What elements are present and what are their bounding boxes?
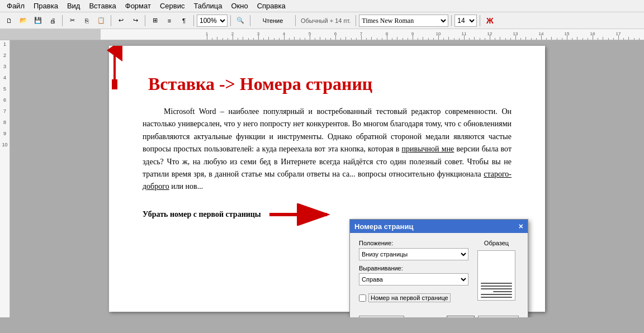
top-ruler: 1234567891011121314151617 [0,29,644,40]
menu-file[interactable]: Файл [2,1,29,11]
font-size-select[interactable]: 14 [454,15,477,27]
cols-btn[interactable]: ≡ [163,14,176,27]
search-btn[interactable]: 🔍 [234,14,247,27]
style-indicator: Обычный + 14 пт. [299,17,353,24]
sep4 [193,15,194,26]
preview-line-2 [481,286,512,287]
table-btn[interactable]: ⊞ [148,14,162,27]
menu-help[interactable]: Справка [253,1,290,11]
open-btn[interactable]: 📂 [17,14,30,27]
undo-btn[interactable]: ↩ [114,14,127,27]
zoom-select[interactable]: 100% [197,15,228,27]
menu-format[interactable]: Формат [121,1,155,11]
page-numbers-dialog: Номера страниц × Положение: Внизу страни… [349,219,528,317]
ruler-gray-left [0,29,101,40]
sep2 [111,15,111,26]
ok-cancel-group: ОК Отмена [447,316,519,317]
dialog-left-panel: Положение: Внизу страницы Выравнивание: … [359,240,468,306]
font-name-select[interactable]: Times New Roman [359,15,448,27]
ruler-ticks: 1234567891011121314151617 [201,29,644,40]
arrow-up-annotation [101,46,129,93]
preview-line-1 [481,283,512,284]
dialog-close-btn[interactable]: × [519,222,523,231]
dialog-body: Положение: Внизу страницы Выравнивание: … [350,233,528,312]
position-label: Положение: [359,240,468,246]
preview-line-3 [481,288,512,289]
dialog-title: Номера страниц [354,222,413,231]
menu-edit[interactable]: Правка [29,1,63,11]
doc-body: Microsoft Word – наиболее популярный и в… [143,106,512,193]
menu-table[interactable]: Таблица [189,1,226,11]
sep5 [230,15,231,26]
preview-line-5 [481,297,512,298]
pilcrow-btn[interactable]: ¶ [177,14,191,27]
menu-service[interactable]: Сервис [155,1,190,11]
dialog-overlay: Номера страниц × Положение: Внизу страни… [349,219,528,317]
save-btn[interactable]: 💾 [31,14,45,27]
sep7 [295,15,296,26]
alignment-label: Выравнивание: [359,265,468,272]
new-btn[interactable]: 🗋 [2,14,16,27]
dialog-title-bar: Номера страниц × [350,220,528,233]
preview-label: Образец [484,240,509,246]
doc-title: Вставка -> Номера страниц [148,74,512,94]
toolbar-main: 🗋 📂 💾 🖨 ✂ ⎘ 📋 ↩ ↪ ⊞ ≡ ¶ 100% 🔍 Чтение Об… [0,12,644,29]
sep8 [356,15,356,26]
preview-box [477,250,515,301]
print-btn[interactable]: 🖨 [46,14,59,27]
read-mode-btn[interactable]: Чтение [253,14,292,27]
preview-line-4 [481,294,512,295]
preview-line-short-1 [493,291,512,292]
cut-btn[interactable]: ✂ [65,14,79,27]
sep9 [451,15,452,26]
page-container: Вставка -> Номера страниц Microsoft Word… [10,40,644,317]
menu-view[interactable]: Вид [63,1,85,11]
sep1 [62,15,63,26]
menu-bar: Файл Правка Вид Вставка Формат Сервис Та… [0,0,644,12]
menu-insert[interactable]: Вставка [84,1,120,11]
position-select[interactable]: Внизу страницы [359,248,468,260]
bold-btn[interactable]: Ж [483,14,496,27]
alignment-select[interactable]: Справа [359,273,468,286]
ok-btn[interactable]: ОК [447,316,475,317]
copy-btn[interactable]: ⎘ [80,14,93,27]
dialog-right-panel: Образец [474,240,519,306]
sep3 [145,15,145,26]
side-ruler: 1 2 3 4 5 6 7 8 9 10 [0,40,10,317]
dialog-buttons: Формат... ОК Отмена [350,312,528,317]
menu-window[interactable]: Окно [226,1,252,11]
doc-area: 1 2 3 4 5 6 7 8 9 10 Вставка -> Номе [0,40,644,317]
checkbox-row: Номер на первой странице [359,293,468,302]
format-btn[interactable]: Формат... [359,316,404,317]
ruler-white-area: 1234567891011121314151617 [101,29,644,40]
checkbox-label: Номер на первой странице [368,293,451,302]
document-page: Вставка -> Номера страниц Microsoft Word… [109,46,545,312]
redo-btn[interactable]: ↪ [129,14,142,27]
cancel-btn[interactable]: Отмена [478,316,519,317]
arrow-right-icon [267,203,334,226]
sep6 [250,15,250,26]
sep10 [480,15,480,26]
paste-btn[interactable]: 📋 [94,14,108,27]
svg-rect-2 [112,79,117,89]
first-page-checkbox[interactable] [359,294,366,302]
